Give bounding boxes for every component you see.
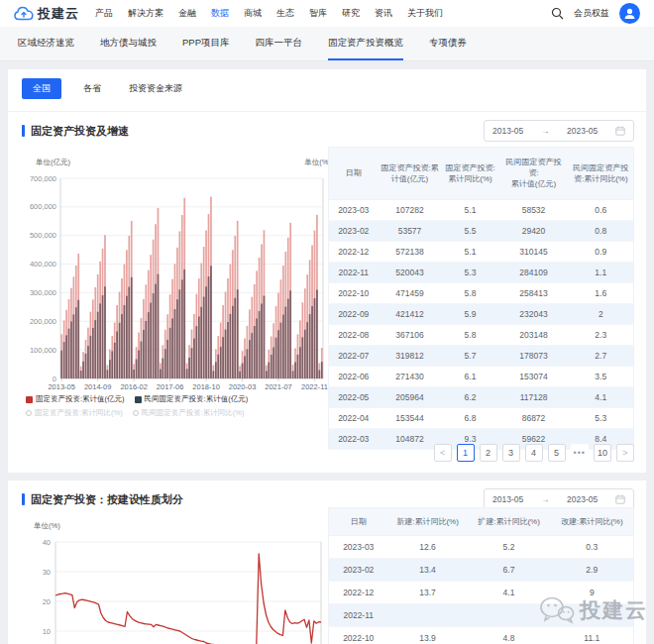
table-cell: 2023-03 <box>329 199 379 220</box>
table-cell: 5.1 <box>442 241 499 262</box>
tab-item-2[interactable]: PPP项目库 <box>182 37 230 60</box>
column-header: 日期 <box>329 508 388 536</box>
legend-circle-marker <box>133 410 139 416</box>
chart1-legend: 固定资产投资:累计值(亿元)民间固定资产投资:累计值(亿元)固定资产投资:累计同… <box>16 392 349 418</box>
filter-option-2[interactable]: 投资资金来源 <box>123 78 188 99</box>
cloud-logo-icon <box>14 6 34 22</box>
bar-chart-svg: 700,000600,000500,000400,000300,000200,0… <box>16 147 349 392</box>
chart-by-construction-type: 单位(%)40302010 <box>16 516 349 644</box>
legend-square-marker <box>26 396 33 403</box>
nav-item-9[interactable]: 关于我们 <box>407 7 443 20</box>
table-cell: 11.1 <box>551 627 634 644</box>
calendar-icon <box>615 126 625 136</box>
svg-text:10: 10 <box>43 627 51 636</box>
table-cell: 2022-11 <box>329 262 379 282</box>
section-investment-growth: 全国各省投资资金来源 固定资产投资及增速 2013-05 → 2023-05 7… <box>8 69 646 473</box>
region-filters: 全国各省投资资金来源 <box>22 78 188 99</box>
table-cell: 319812 <box>379 345 442 366</box>
legend-item-3[interactable]: 民间固定资产投资:累计同比(%) <box>133 408 245 418</box>
svg-text:200,000: 200,000 <box>30 317 56 326</box>
table-row: 2022-073198125.71780732.7 <box>329 345 634 366</box>
table-cell: 178073 <box>499 345 569 366</box>
table-cell: 153074 <box>499 366 569 386</box>
search-icon[interactable] <box>551 7 564 20</box>
table-cell: 203148 <box>499 324 569 345</box>
nav-item-4[interactable]: 商城 <box>244 7 262 20</box>
member-benefits-link[interactable]: 会员权益 <box>574 7 609 20</box>
svg-text:400,000: 400,000 <box>30 260 56 268</box>
page: 投建云 产品解决方案金融数据商城生态智库研究资讯关于我们 会员权益 区域经济速览… <box>0 0 654 644</box>
table-cell: 2022-08 <box>329 324 379 345</box>
nav-item-8[interactable]: 资讯 <box>375 7 392 20</box>
pagination-page-3[interactable]: 3 <box>502 444 520 462</box>
legend-item-0[interactable]: 固定资产投资:累计值(亿元) <box>26 394 125 404</box>
pagination-ellipsis[interactable]: ••• <box>571 444 589 462</box>
table-row: 2023-031072825.1585320.6 <box>329 199 634 220</box>
table-cell: 2.7 <box>569 345 634 366</box>
svg-text:单位(%): 单位(%) <box>34 521 60 530</box>
table-cell: 271430 <box>379 366 442 386</box>
filter-option-0[interactable]: 全国 <box>22 78 61 99</box>
column-header: 民间固定资产投资:累计值(亿元) <box>499 148 569 200</box>
tab-item-1[interactable]: 地方债与城投 <box>100 37 157 60</box>
table-cell: 421412 <box>379 303 442 324</box>
table-cell: 2.3 <box>569 324 634 345</box>
table-cell: 2023-03 <box>329 536 388 559</box>
table-cell: 2022-09 <box>329 303 379 324</box>
table-cell: 104872 <box>379 428 442 449</box>
legend-square-marker <box>135 396 142 403</box>
nav-item-7[interactable]: 研究 <box>342 7 360 20</box>
svg-text:30: 30 <box>43 568 51 577</box>
nav-item-2[interactable]: 金融 <box>178 7 196 20</box>
pagination-page-2[interactable]: 2 <box>480 444 497 462</box>
table-cell: 5.1 <box>442 199 499 220</box>
pagination-prev-button[interactable]: < <box>434 444 452 462</box>
nav-item-1[interactable]: 解决方案 <box>128 7 164 20</box>
table-cell: 4.1 <box>569 386 634 407</box>
table-cell: 2022-03 <box>329 428 379 449</box>
tab-item-0[interactable]: 区域经济速览 <box>18 37 74 60</box>
main-nav: 产品解决方案金融数据商城生态智库研究资讯关于我们 <box>95 7 551 20</box>
table-cell: 284109 <box>499 262 569 282</box>
tab-item-4[interactable]: 固定资产投资概览 <box>328 37 403 60</box>
pagination-page-5[interactable]: 5 <box>548 444 566 462</box>
nav-item-0[interactable]: 产品 <box>95 7 113 20</box>
table-cell: 12.6 <box>388 536 468 559</box>
logo[interactable]: 投建云 <box>14 5 79 23</box>
pagination-page-4[interactable]: 4 <box>525 444 543 462</box>
avatar[interactable] <box>619 3 640 24</box>
legend-item-1[interactable]: 民间固定资产投资:累计值(亿元) <box>135 394 249 404</box>
tab-item-3[interactable]: 四库一平台 <box>256 37 303 60</box>
top-navbar: 投建云 产品解决方案金融数据商城生态智库研究资讯关于我们 会员权益 <box>0 0 654 27</box>
table-cell: 367106 <box>379 324 442 345</box>
table-cell: 0.6 <box>569 199 634 220</box>
table-cell: 4.1 <box>468 582 551 604</box>
pagination-next-button[interactable]: > <box>616 444 634 462</box>
table-cell: 5.2 <box>468 536 551 559</box>
nav-item-6[interactable]: 智库 <box>309 7 327 20</box>
divider <box>8 111 646 112</box>
legend-item-2[interactable]: 固定资产投资:累计同比(%) <box>26 408 123 418</box>
table-cell: 205964 <box>379 386 442 407</box>
table-row: 2022-052059646.21171284.1 <box>329 386 634 407</box>
table-cell <box>388 604 468 627</box>
date-end: 2023-05 <box>567 494 598 504</box>
nav-item-3[interactable]: 数据 <box>211 7 229 20</box>
construction-type-table: 日期新建:累计同比(%)扩建:累计同比(%)改建:累计同比(%)2023-031… <box>328 507 634 644</box>
section1-date-range-picker[interactable]: 2013-05 → 2023-05 <box>484 120 634 142</box>
table-cell: 0.9 <box>569 241 634 262</box>
table-cell: 2022-05 <box>329 386 379 407</box>
column-header: 扩建:累计同比(%) <box>468 508 551 536</box>
column-header: 固定资产投资:累计值(亿元) <box>379 148 442 200</box>
table-cell: 520043 <box>379 262 442 282</box>
table-cell: 2022-12 <box>329 241 379 262</box>
filter-option-1[interactable]: 各省 <box>77 78 107 99</box>
table-cell: 2022-04 <box>329 407 379 428</box>
table-cell: 0.8 <box>569 220 634 241</box>
svg-text:100,000: 100,000 <box>30 346 56 355</box>
table-cell: 2 <box>569 303 634 324</box>
pagination-page-1[interactable]: 1 <box>457 444 475 462</box>
nav-item-5[interactable]: 生态 <box>276 7 294 20</box>
tab-item-5[interactable]: 专项债券 <box>429 37 467 60</box>
pagination-page-10[interactable]: 10 <box>594 444 611 462</box>
